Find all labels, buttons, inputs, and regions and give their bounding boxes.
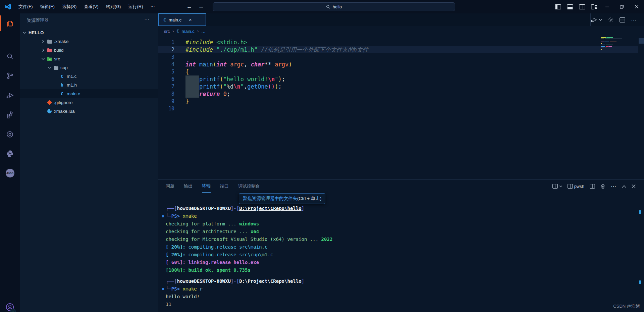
tree-item-src[interactable]: ‹›src (20, 54, 158, 63)
code-line-3: 3 (158, 53, 368, 61)
panel-actions: pwsh ⋯ (552, 180, 636, 193)
tooltip-suffix: (Ctrl + 单击) (297, 196, 321, 202)
tree-item-m1.c[interactable]: Cm1.c (20, 72, 158, 81)
line-number: 6 (158, 76, 185, 82)
breadcrumb-file[interactable]: main.c (182, 29, 195, 34)
search-sidebar-icon[interactable] (0, 47, 20, 66)
panel-tab-问题[interactable]: 问题 (166, 180, 174, 192)
tree-item-label: m1.c (67, 74, 76, 79)
terminal-instance[interactable]: pwsh (568, 184, 584, 189)
nav-arrows: ← → (186, 0, 204, 13)
code-line-9: 9} (158, 98, 368, 105)
minimize-button[interactable] (600, 0, 614, 13)
gear-icon[interactable] (608, 17, 614, 23)
run-debug-button[interactable] (591, 17, 602, 23)
close-window-button[interactable] (629, 0, 644, 13)
close-panel-icon[interactable] (632, 184, 636, 188)
editor-tab-bar: C main.c × ⋯ (158, 13, 644, 27)
menu-item-0[interactable]: 文件(F) (15, 0, 37, 13)
code-line-7: 7 printf("%d\n",getOne()); (158, 83, 368, 90)
menu-item-3[interactable]: 查看(V) (80, 0, 102, 13)
bottom-panel: 问题输出终端端口调试控制台 pwsh ⋯ (158, 179, 644, 312)
customize-layout-icon[interactable] (591, 4, 597, 9)
command-decoration-dot[interactable] (162, 288, 164, 290)
tree-item-xmake.lua[interactable]: xmake.lua (20, 107, 158, 115)
terminal-scroll-mark (639, 280, 641, 284)
panel-tab-调试控制台[interactable]: 调试控制台 (238, 180, 260, 192)
breadcrumb[interactable]: src › C main.c › … (158, 26, 644, 36)
kill-terminal-icon[interactable] (600, 184, 605, 189)
editor-toolbar: ⋯ (590, 13, 644, 26)
source-control-icon[interactable] (0, 66, 20, 85)
tree-item-.xmake[interactable]: .xmake (20, 37, 158, 46)
panel-tab-bar: 问题输出终端端口调试控制台 (166, 180, 260, 193)
breadcrumb-src[interactable]: src (164, 29, 170, 34)
minimap[interactable] (601, 37, 622, 51)
toggle-secondary-sidebar-icon[interactable] (579, 4, 585, 9)
tree-item-.gitignore[interactable]: .gitignore (20, 98, 158, 107)
folder-src-file-icon: ‹› (46, 57, 53, 61)
tab-label: main.c (169, 17, 181, 22)
more-actions-icon[interactable]: ⋯ (631, 17, 637, 23)
tree-item-cup[interactable]: cup (20, 63, 158, 72)
tree-item-HELLO[interactable]: HELLO (20, 28, 158, 37)
json-icon[interactable]: Json (0, 164, 20, 183)
folder-file-icon (46, 48, 53, 52)
panel-more-actions-icon[interactable]: ⋯ (611, 183, 616, 190)
scrollbar-slider[interactable] (639, 38, 644, 44)
tooltip-link[interactable]: 聚焦资源管理器中的文件夹 (243, 196, 297, 202)
command-search-input[interactable]: hello (213, 2, 455, 11)
tree-item-label: .gitignore (54, 100, 73, 105)
command-decoration-dot[interactable] (162, 215, 164, 217)
editor-group: C main.c × ⋯ src › C m (158, 13, 644, 312)
menu-item-1[interactable]: 编辑(E) (37, 0, 58, 13)
target-icon[interactable] (0, 125, 20, 144)
terminal-output[interactable]: ┌──[howxu⊛DESKTOP-HOWXU]-[D:\Project\CRe… (166, 205, 332, 308)
search-icon (326, 5, 330, 9)
tree-item-label: .xmake (54, 39, 69, 44)
restore-button[interactable] (614, 0, 629, 13)
split-editor-icon[interactable] (620, 17, 625, 22)
panel-tab-输出[interactable]: 输出 (184, 180, 193, 192)
chevron-right-icon: › (172, 29, 174, 34)
chevron-right-icon[interactable] (40, 48, 46, 52)
code-line-2: 2#include "./cup/m1.h" //依然是引用一个外部下个文件夹的… (158, 46, 368, 53)
launch-profile-button[interactable] (552, 184, 562, 189)
tab-close-icon[interactable]: × (189, 17, 192, 22)
forward-arrow-icon[interactable]: → (198, 3, 204, 10)
back-arrow-icon[interactable]: ← (186, 3, 192, 10)
explorer-icon[interactable] (0, 14, 20, 33)
terminal-line-13: 11 (166, 301, 332, 308)
activity-bar: Json 1 (0, 13, 20, 312)
tab-main-c[interactable]: C main.c × (158, 13, 206, 26)
account-icon[interactable] (0, 298, 20, 312)
tree-item-m1.h[interactable]: hm1.h (20, 81, 158, 89)
breadcrumb-symbol[interactable]: … (201, 29, 206, 34)
code-editor[interactable]: 1#include <stdio.h>2#include "./cup/m1.h… (158, 36, 644, 179)
split-terminal-icon[interactable] (590, 184, 595, 189)
sidebar-more-actions[interactable]: ⋯ (144, 17, 150, 23)
chevron-down-icon[interactable] (40, 57, 46, 61)
menu-more[interactable]: ⋯ (147, 0, 158, 13)
terminal-path-link[interactable]: D:\Project\CRepo\hello (239, 206, 301, 211)
tree-item-build[interactable]: build (20, 46, 158, 54)
chevron-down-icon[interactable] (21, 31, 27, 35)
terminal-line-9 (166, 274, 332, 277)
panel-tab-端口[interactable]: 端口 (220, 180, 229, 192)
menu-item-4[interactable]: 转到(G) (102, 0, 125, 13)
terminal-line-12: hello world! (166, 293, 332, 301)
menu-item-2[interactable]: 选择(S) (58, 0, 80, 13)
tree-item-main.c[interactable]: Cmain.c (20, 89, 158, 98)
terminal-line-3: checking for architecture ... x64 (166, 228, 332, 236)
menu-item-5[interactable]: 运行(R) (124, 0, 147, 13)
editor-scrollbar[interactable] (638, 36, 644, 179)
toggle-sidebar-icon[interactable] (555, 4, 561, 9)
maximize-panel-icon[interactable] (622, 185, 626, 188)
run-debug-icon[interactable] (0, 86, 20, 105)
extensions-icon[interactable] (0, 105, 20, 124)
python-icon[interactable] (0, 144, 20, 163)
chevron-right-icon[interactable] (40, 39, 46, 44)
toggle-panel-icon[interactable] (567, 4, 573, 9)
chevron-down-icon[interactable] (46, 65, 52, 70)
panel-tab-终端[interactable]: 终端 (202, 180, 211, 193)
